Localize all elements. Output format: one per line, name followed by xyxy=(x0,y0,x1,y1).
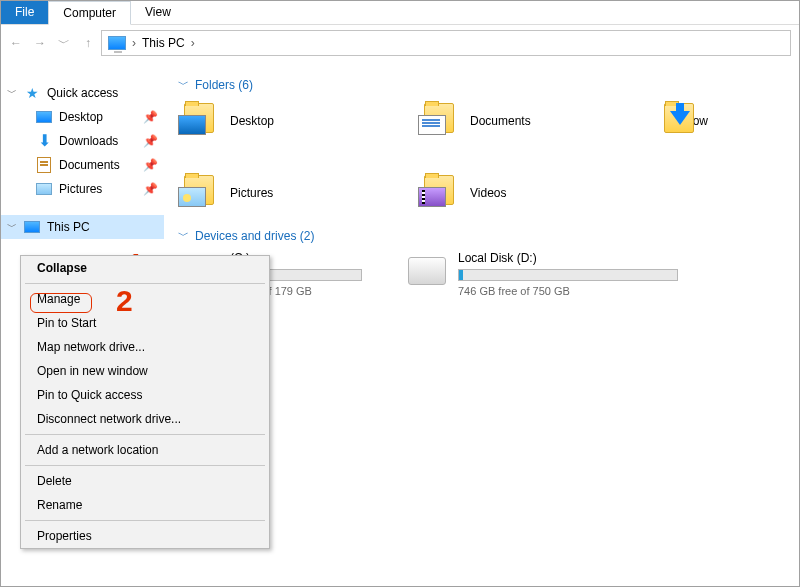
navbar: ← → ﹀ ↑ › This PC › xyxy=(1,25,799,61)
drive-d[interactable]: Local Disk (D:) 746 GB free of 750 GB xyxy=(408,251,678,297)
ctx-rename[interactable]: Rename xyxy=(21,493,269,517)
tab-computer[interactable]: Computer xyxy=(48,1,131,25)
nav-forward-icon[interactable]: → xyxy=(33,36,47,50)
folder-downloads[interactable]: Dow xyxy=(658,100,708,142)
tree-label: Documents xyxy=(59,158,120,172)
desktop-icon xyxy=(36,111,52,123)
ctx-map-drive[interactable]: Map network drive... xyxy=(21,335,269,359)
tree-this-pc[interactable]: ﹀ This PC xyxy=(1,215,164,239)
usage-bar xyxy=(458,269,678,281)
folders-grid: Desktop Documents Dow Pictures Videos xyxy=(178,100,795,214)
tree-label: Quick access xyxy=(47,86,118,100)
documents-icon xyxy=(37,157,51,173)
chevron-down-icon: ﹀ xyxy=(178,77,189,92)
quick-access-icon: ★ xyxy=(23,85,41,101)
ctx-disconnect-drive[interactable]: Disconnect network drive... xyxy=(21,407,269,431)
usage-fill xyxy=(459,270,463,280)
breadcrumb-sep-icon: › xyxy=(191,36,195,50)
ctx-pin-start[interactable]: Pin to Start xyxy=(21,311,269,335)
pin-icon: 📌 xyxy=(143,158,158,172)
group-header-folders[interactable]: ﹀ Folders (6) xyxy=(178,77,795,92)
tab-view[interactable]: View xyxy=(131,1,185,24)
address-bar[interactable]: › This PC › xyxy=(101,30,791,56)
folder-desktop[interactable]: Desktop xyxy=(178,100,408,142)
tree-label: This PC xyxy=(47,220,90,234)
nav-arrows: ← → ﹀ ↑ xyxy=(9,35,95,52)
ctx-add-network-location[interactable]: Add a network location xyxy=(21,438,269,462)
videos-icon xyxy=(418,187,446,207)
group-header-label: Devices and drives (2) xyxy=(195,229,314,243)
folder-label: Documents xyxy=(470,114,648,128)
folder-label: Desktop xyxy=(230,114,408,128)
tree-label: Desktop xyxy=(59,110,103,124)
tree-label: Pictures xyxy=(59,182,102,196)
ribbon: File Computer View xyxy=(1,1,799,25)
folder-label: Pictures xyxy=(230,186,408,200)
drive-name: Local Disk (D:) xyxy=(458,251,678,265)
tree-item-pictures[interactable]: Pictures 📌 xyxy=(1,177,164,201)
tree-label: Downloads xyxy=(59,134,118,148)
drives-row: (C:) B free of 179 GB Local Disk (D:) 74… xyxy=(178,251,795,297)
pictures-icon xyxy=(36,183,52,195)
pin-icon: 📌 xyxy=(143,182,158,196)
pictures-icon xyxy=(178,187,206,207)
caret-down-icon[interactable]: ﹀ xyxy=(7,86,17,100)
breadcrumb-location[interactable]: This PC xyxy=(142,36,185,50)
desktop-icon xyxy=(178,115,206,135)
drive-icon xyxy=(408,257,446,285)
tree-item-documents[interactable]: Documents 📌 xyxy=(1,153,164,177)
this-pc-icon xyxy=(108,36,126,50)
group-header-label: Folders (6) xyxy=(195,78,253,92)
group-header-devices[interactable]: ﹀ Devices and drives (2) xyxy=(178,228,795,243)
tree-item-desktop[interactable]: Desktop 📌 xyxy=(1,105,164,129)
ctx-properties[interactable]: Properties xyxy=(21,524,269,548)
downloads-icon xyxy=(670,111,690,125)
ctx-collapse[interactable]: Collapse xyxy=(21,256,269,280)
drive-free: 746 GB free of 750 GB xyxy=(458,285,678,297)
tab-file[interactable]: File xyxy=(1,1,48,24)
folder-label: Videos xyxy=(470,186,648,200)
documents-icon xyxy=(418,115,446,135)
downloads-icon: ⬇ xyxy=(35,135,53,147)
ctx-pin-quick-access[interactable]: Pin to Quick access xyxy=(21,383,269,407)
tree-item-downloads[interactable]: ⬇ Downloads 📌 xyxy=(1,129,164,153)
folder-videos[interactable]: Videos xyxy=(418,172,648,214)
chevron-down-icon: ﹀ xyxy=(178,228,189,243)
caret-down-icon[interactable]: ﹀ xyxy=(7,220,17,234)
nav-recent-icon[interactable]: ﹀ xyxy=(57,35,71,52)
breadcrumb-sep-icon: › xyxy=(132,36,136,50)
folder-pictures[interactable]: Pictures xyxy=(178,172,408,214)
folder-documents[interactable]: Documents xyxy=(418,100,648,142)
ctx-open-new-window[interactable]: Open in new window xyxy=(21,359,269,383)
tree-quick-access[interactable]: ﹀ ★ Quick access xyxy=(1,81,164,105)
annotation-box-2 xyxy=(30,293,92,313)
annotation-2: 2 xyxy=(116,284,133,318)
this-pc-icon xyxy=(24,221,40,233)
pin-icon: 📌 xyxy=(143,110,158,124)
ctx-delete[interactable]: Delete xyxy=(21,469,269,493)
nav-back-icon[interactable]: ← xyxy=(9,36,23,50)
pin-icon: 📌 xyxy=(143,134,158,148)
nav-up-icon[interactable]: ↑ xyxy=(81,36,95,50)
